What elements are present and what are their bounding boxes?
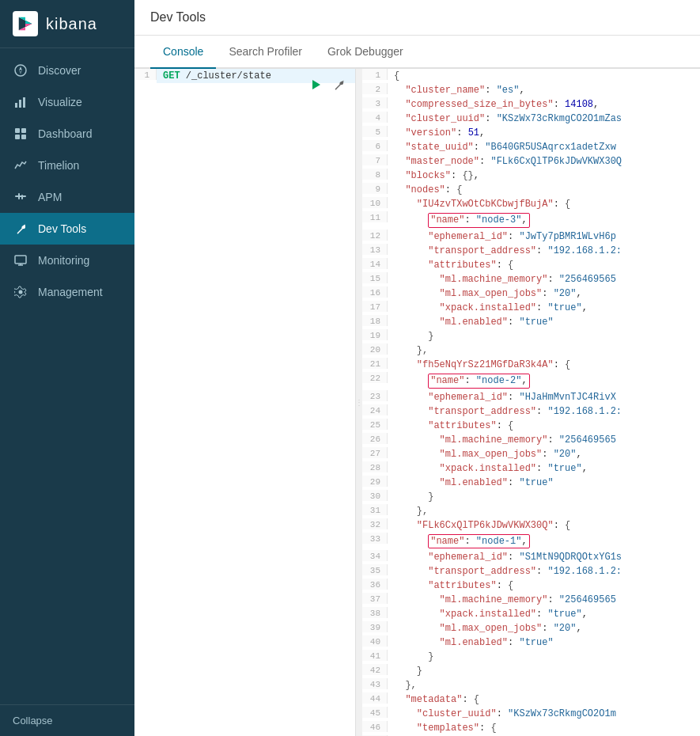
output-line: 11 "name": "node-3",: [362, 211, 700, 230]
sidebar-item-discover[interactable]: Discover: [0, 55, 134, 86]
output-line: 44 "metadata": {: [362, 692, 700, 707]
tab-grok-debugger[interactable]: Grok Debugger: [315, 36, 416, 69]
sidebar: kibana Discover Visualize Dashboard Time…: [0, 0, 134, 736]
output-line: 2 "cluster_name": "es",: [362, 83, 700, 97]
output-line: 16 "ml.max_open_jobs": "20",: [362, 286, 700, 301]
output-line: 6 "state_uuid": "B640GR5USAqrcx1adetZxw: [362, 140, 700, 154]
output-line: 45 "cluster_uuid": "KSzWx73cRkmgCO2O1m: [362, 707, 700, 721]
output-line: 3 "compressed_size_in_bytes": 14108,: [362, 97, 700, 112]
output-line: 32 "FLk6CxQlTP6kJDwVKWX30Q": {: [362, 518, 700, 533]
svg-rect-13: [15, 195, 26, 197]
sidebar-item-management-label: Management: [38, 286, 103, 298]
output-line: 1 {: [362, 69, 700, 83]
sidebar-item-monitoring[interactable]: Monitoring: [0, 245, 134, 276]
timelion-icon: [13, 157, 28, 173]
svg-rect-16: [15, 256, 26, 264]
sidebar-item-visualize[interactable]: Visualize: [0, 86, 134, 118]
output-line: 12 "ephemeral_id": "JwTy7pBMR1WLvH6p: [362, 230, 700, 244]
output-line: 22 "name": "node-2",: [362, 372, 700, 390]
sidebar-bottom: Collapse: [0, 704, 134, 736]
svg-rect-9: [15, 128, 20, 133]
sidebar-item-discover-label: Discover: [38, 64, 81, 77]
output-line: 24 "transport_address": "192.168.1.2:: [362, 404, 700, 419]
sidebar-item-apm[interactable]: APM: [0, 181, 134, 213]
output-line: 10 "IU4zvTXwOtCbKCbwjfBujA": {: [362, 197, 700, 211]
svg-marker-5: [19, 70, 22, 74]
output-line: 8 "blocks": {},: [362, 169, 700, 183]
output-line: 34 "ephemeral_id": "S1MtN9QDRQOtxYG1s: [362, 550, 700, 564]
output-line: 38 "xpack.installed": "true",: [362, 607, 700, 621]
tab-console[interactable]: Console: [150, 36, 216, 69]
editor-area: 1 GET /_cluster/state ⋮: [134, 69, 700, 736]
svg-marker-20: [312, 80, 320, 89]
run-button[interactable]: [306, 75, 325, 94]
editor-toolbar: [306, 75, 349, 94]
output-line: 14 "attributes": {: [362, 258, 700, 272]
sidebar-item-timelion[interactable]: Timelion: [0, 150, 134, 181]
collapse-label: Collapse: [13, 715, 53, 727]
svg-rect-8: [23, 97, 25, 108]
tab-console-label: Console: [163, 45, 203, 58]
sidebar-item-devtools[interactable]: Dev Tools: [0, 213, 134, 245]
output-line: 40 "ml.enabled": "true": [362, 635, 700, 650]
svg-rect-11: [15, 135, 20, 139]
svg-point-19: [19, 290, 23, 294]
output-line: 9 "nodes": {: [362, 183, 700, 197]
tab-grok-debugger-label: Grok Debugger: [327, 45, 403, 58]
output-line: 30 }: [362, 490, 700, 504]
output-line: 33 "name": "node-1",: [362, 533, 700, 551]
output-code[interactable]: 1 { 2 "cluster_name": "es", 3 "compresse…: [362, 69, 700, 736]
sidebar-item-visualize-label: Visualize: [38, 96, 82, 108]
tab-search-profiler[interactable]: Search Profiler: [216, 36, 315, 69]
sidebar-item-apm-label: APM: [38, 191, 62, 203]
sidebar-item-dashboard[interactable]: Dashboard: [0, 118, 134, 150]
gear-icon: [13, 284, 28, 300]
output-line: 36 "attributes": {: [362, 579, 700, 593]
output-line: 18 "ml.enabled": "true": [362, 315, 700, 329]
output-line: 25 "attributes": {: [362, 419, 700, 433]
svg-rect-10: [21, 128, 26, 133]
svg-marker-4: [19, 66, 22, 70]
output-line: 13 "transport_address": "192.168.1.2:: [362, 244, 700, 258]
top-bar: Dev Tools: [134, 0, 700, 36]
compass-icon: [13, 63, 28, 78]
output-line: 46 "templates": {: [362, 721, 700, 735]
svg-rect-7: [19, 100, 21, 108]
output-line: 42 }: [362, 664, 700, 678]
collapse-button[interactable]: Collapse: [13, 715, 122, 727]
sidebar-item-management[interactable]: Management: [0, 276, 134, 308]
output-line: 21 "fh5eNqYrSz21MGfDaR3k4A": {: [362, 358, 700, 372]
sidebar-logo: kibana: [0, 0, 134, 48]
kibana-logo-text: kibana: [46, 15, 97, 33]
input-pane: 1 GET /_cluster/state: [134, 69, 356, 736]
svg-rect-6: [15, 103, 17, 108]
grid-icon: [13, 126, 28, 142]
output-line: 7 "master_node": "FLk6CxQlTP6kJDwVKWX30Q: [362, 154, 700, 169]
output-line: 29 "ml.enabled": "true": [362, 476, 700, 490]
tab-search-profiler-label: Search Profiler: [229, 45, 302, 58]
output-line: 15 "ml.machine_memory": "256469565: [362, 272, 700, 286]
wrench-icon: [13, 221, 28, 237]
page-title: Dev Tools: [150, 10, 206, 25]
sidebar-item-monitoring-label: Monitoring: [38, 254, 89, 267]
tabs-bar: Console Search Profiler Grok Debugger: [134, 36, 700, 69]
svg-rect-14: [18, 193, 20, 199]
output-pane: 1 { 2 "cluster_name": "es", 3 "compresse…: [362, 69, 700, 736]
output-line: 19 }: [362, 329, 700, 343]
monitor-icon: [13, 252, 28, 268]
output-line: 5 "version": 51,: [362, 126, 700, 140]
sidebar-item-timelion-label: Timelion: [38, 159, 79, 172]
output-line: 26 "ml.machine_memory": "256469565: [362, 433, 700, 447]
output-line: 20 },: [362, 343, 700, 358]
output-line: 37 "ml.machine_memory": "256469565: [362, 593, 700, 607]
output-line: 23 "ephemeral_id": "HJaHmMvnTJC4RivX: [362, 390, 700, 404]
pane-divider[interactable]: ⋮: [356, 69, 362, 736]
output-line: 4 "cluster_uuid": "KSzWx73cRkmgCO2O1mZas: [362, 112, 700, 126]
output-line: 41 }: [362, 650, 700, 664]
code-editor[interactable]: 1 GET /_cluster/state: [134, 69, 355, 736]
output-line: 28 "xpack.installed": "true",: [362, 461, 700, 476]
kibana-logo-icon: [13, 11, 38, 36]
settings-button[interactable]: [330, 75, 349, 94]
line-number-1: 1: [134, 69, 157, 80]
sidebar-item-devtools-label: Dev Tools: [38, 222, 86, 235]
